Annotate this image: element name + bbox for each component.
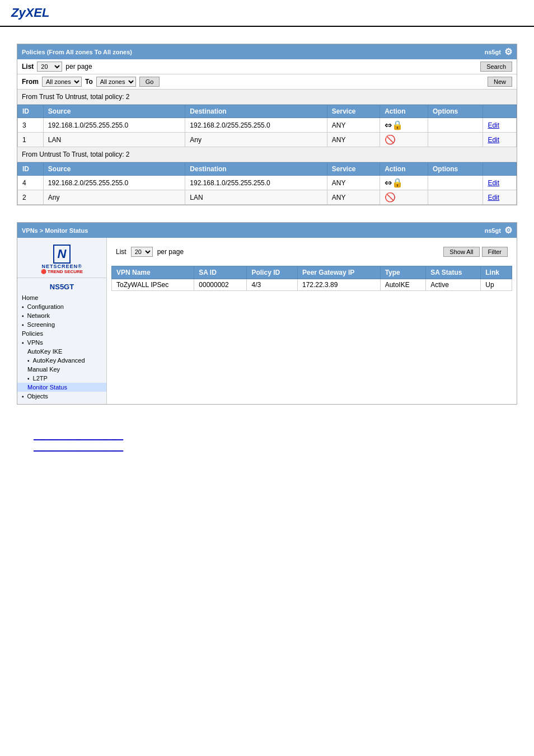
vpn-toolbar-right: Show All Filter <box>443 247 508 257</box>
vpn-col-sa-status: SA Status <box>426 266 481 279</box>
cell-edit[interactable]: Edit <box>483 190 517 205</box>
col-service2: Service <box>327 163 380 176</box>
edit-link[interactable]: Edit <box>488 136 499 144</box>
sidebar-nav-item-network[interactable]: ▪Network <box>17 311 106 320</box>
vpn-col-link: Link <box>481 266 512 279</box>
cell-edit[interactable]: Edit <box>483 176 517 190</box>
cell-action: 🚫 <box>380 133 428 147</box>
vpn-table: VPN Name SA ID Policy ID Peer Gateway IP… <box>111 266 512 291</box>
vpn-table-row: ToZyWALL IPSec 00000002 4/3 172.22.3.89 … <box>112 279 512 291</box>
edit-link[interactable]: Edit <box>488 179 499 187</box>
nav-item-label: Policies <box>22 330 43 337</box>
from-select[interactable]: All zones <box>42 77 82 87</box>
sidebar-nav-item-autokey-ike[interactable]: AutoKey IKE <box>17 347 106 356</box>
sidebar-nav-item-monitor-status[interactable]: Monitor Status <box>17 383 106 392</box>
table-row: 1 LAN Any ANY 🚫 Edit <box>18 133 517 147</box>
nav-bullet: ▪ <box>27 375 30 382</box>
cell-id: 3 <box>18 118 44 133</box>
sidebar-nav-item-screening[interactable]: ▪Screening <box>17 320 106 329</box>
section1-table: ID Source Destination Service Action Opt… <box>17 105 517 147</box>
cell-source: 192.168.1.0/255.255.255.0 <box>43 118 185 133</box>
settings-icon: ⚙ <box>504 46 512 57</box>
toolbar-right: Search <box>480 62 512 72</box>
vpn-breadcrumb: VPNs > Monitor Status <box>22 227 88 234</box>
col-source2: Source <box>43 163 185 176</box>
vpn-panel-header-right: ns5gt ⚙ <box>485 225 512 236</box>
main-content: Policies (From All zones To All zones) n… <box>0 38 534 472</box>
cell-id: 4 <box>18 176 44 190</box>
filter-button[interactable]: Filter <box>482 247 508 257</box>
sidebar-nav-item-manual-key[interactable]: Manual Key <box>17 365 106 374</box>
nav-item-label: Configuration <box>27 303 64 310</box>
sidebar-nav-item-autokey-advanced[interactable]: ▪AutoKey Advanced <box>17 356 106 365</box>
vpn-layout: N NETSCREEN® 🔴 TREND SECURE NS5GT Home▪C… <box>17 238 517 404</box>
vpn-action-icon: ⇔🔒 <box>385 178 403 187</box>
sidebar-nav-item-objects[interactable]: ▪Objects <box>17 392 106 401</box>
cell-edit[interactable]: Edit <box>483 118 517 133</box>
col-edit <box>483 105 517 118</box>
footer-link2[interactable]: ________________________ <box>34 444 500 452</box>
col-options2: Options <box>428 163 483 176</box>
cell-options <box>428 118 483 133</box>
toolbar-right2: New <box>488 77 512 87</box>
nav-bullet: ▪ <box>22 322 24 328</box>
cell-destination: Any <box>185 133 327 147</box>
to-select[interactable]: All zones <box>96 77 136 87</box>
edit-link[interactable]: Edit <box>488 121 499 129</box>
go-button[interactable]: Go <box>139 77 160 87</box>
sidebar-nav-item-vpns[interactable]: ▪VPNs <box>17 338 106 347</box>
vpn-list-label: List <box>116 248 127 256</box>
vpn-cell-said: 00000002 <box>194 279 247 291</box>
sidebar-nav-item-l2tp[interactable]: ▪L2TP <box>17 374 106 383</box>
col-destination2: Destination <box>185 163 327 176</box>
vpn-cell-policy: 4/3 <box>247 279 298 291</box>
sidebar-ns5gt-label: NS5GT <box>17 280 106 293</box>
edit-link[interactable]: Edit <box>488 194 499 201</box>
list-label: List <box>22 63 34 71</box>
cell-options <box>428 176 483 190</box>
search-button[interactable]: Search <box>480 62 512 72</box>
section1-title: From Trust To Untrust, total policy: 2 <box>17 90 517 105</box>
nav-item-label: Network <box>27 312 50 319</box>
nav-bullet: ▪ <box>22 304 24 310</box>
cell-source: Any <box>43 190 185 205</box>
vpn-sidebar: N NETSCREEN® 🔴 TREND SECURE NS5GT Home▪C… <box>17 238 107 404</box>
sidebar-nav-item-configuration[interactable]: ▪Configuration <box>17 302 106 311</box>
nav-bullet: ▪ <box>27 358 30 364</box>
policies-panel-title: Policies (From All zones To All zones) <box>22 49 132 55</box>
sidebar-nav-item-home[interactable]: Home <box>17 293 106 302</box>
col-edit2 <box>483 163 517 176</box>
col-id: ID <box>18 105 44 118</box>
vpn-per-page-select[interactable]: 20 50 <box>131 247 153 257</box>
new-button[interactable]: New <box>488 77 512 87</box>
sidebar-nav-item-policies[interactable]: Policies <box>17 329 106 338</box>
vpn-settings-icon: ⚙ <box>504 225 512 236</box>
policies-panel-header: Policies (From All zones To All zones) n… <box>17 44 517 59</box>
show-all-button[interactable]: Show All <box>443 247 479 257</box>
cell-action: ⇔🔒 <box>380 118 428 133</box>
nav-bullet: ▪ <box>22 393 24 400</box>
nav-item-label: VPNs <box>27 339 43 346</box>
netscreen-logo-icon: N <box>53 245 71 264</box>
page-header: ZyXEL <box>0 0 534 27</box>
policies-ns5gt: ns5gt <box>485 49 501 55</box>
vpn-col-said: SA ID <box>194 266 247 279</box>
cell-id: 1 <box>18 133 44 147</box>
cell-source: 192.168.2.0/255.255.255.0 <box>43 176 185 190</box>
cell-options <box>428 133 483 147</box>
nav-item-label: AutoKey IKE <box>27 348 62 355</box>
vpn-panel-header: VPNs > Monitor Status ns5gt ⚙ <box>17 223 517 238</box>
per-page-select[interactable]: 20 50 100 <box>37 62 62 72</box>
nav-item-label: Screening <box>27 321 55 328</box>
nav-item-label: Monitor Status <box>27 384 67 391</box>
col-action2: Action <box>380 163 428 176</box>
cell-edit[interactable]: Edit <box>483 133 517 147</box>
vpn-col-type: Type <box>380 266 426 279</box>
to-label: To <box>85 78 93 86</box>
vpn-action-icon: ⇔🔒 <box>385 120 403 130</box>
nav-bullet: ▪ <box>22 340 24 346</box>
vpn-col-name: VPN Name <box>112 266 194 279</box>
panel-header-right: ns5gt ⚙ <box>485 46 512 57</box>
footer-link1[interactable]: ________________________ <box>34 433 500 440</box>
col-action: Action <box>380 105 428 118</box>
